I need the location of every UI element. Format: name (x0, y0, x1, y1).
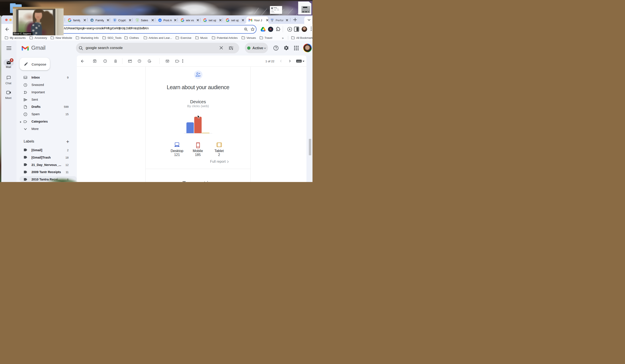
svg-text:zm: zm (159, 20, 161, 21)
